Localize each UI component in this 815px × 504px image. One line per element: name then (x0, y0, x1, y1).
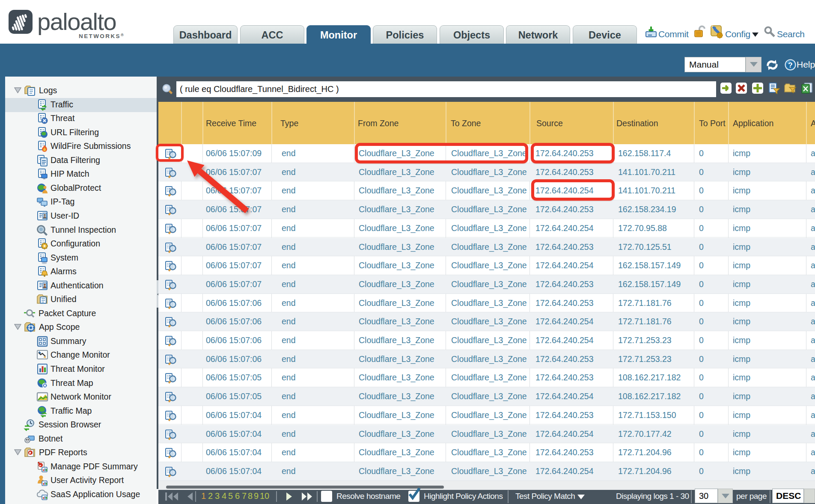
svg-text:?: ? (788, 61, 792, 69)
